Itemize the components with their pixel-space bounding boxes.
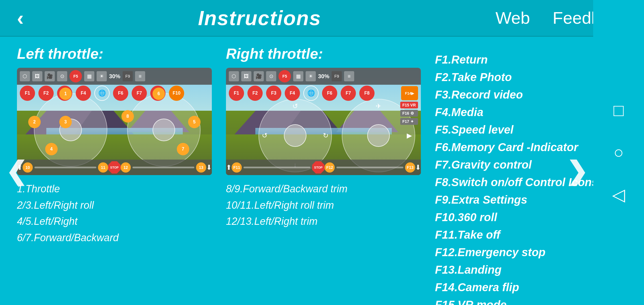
r-f3-btn[interactable]: F3 [266,86,281,101]
menu-icon[interactable]: ≡ [135,71,145,81]
badge-13: 13 [196,162,206,173]
f7-btn[interactable]: F7 [132,86,147,101]
right-throttle-title: Right throttle: [226,45,421,62]
left-bottom-bar: ⬆ 10 11 STOP 12 13 ⬇ [17,160,212,175]
f2-btn[interactable]: F2 [38,86,54,101]
right-bottom-bar: ⬆ F11 STOP F12 F13 ⬇ [226,160,421,175]
f15-badge[interactable]: F15 VR [400,102,418,108]
right-toolbar: ⬡ 🖼 🎥 ⊙ F5 ▦ ☀ 30% F9 ≡ [226,68,421,85]
left-joystick[interactable]: 1 2 3 4 [34,93,102,161]
r-globe-btn[interactable]: 🌐 [303,86,319,101]
r-menu-icon[interactable]: ≡ [344,71,354,81]
right-desc-2: 10/11.Left/Right roll trim [226,197,421,213]
badge-3: 3 [59,116,72,128]
f1-btn[interactable]: F1 [20,86,35,101]
toolbar-icon-3: 🎥 [45,71,55,81]
toolbar-icon-4: ⊙ [57,71,67,81]
header: ‹ Instructions Web Feedback [0,0,644,37]
r-down-arrow: ⬇ [415,164,421,171]
left-desc-1: 1.Throttle [17,181,212,197]
battery-level: 30% [109,73,120,80]
page-title: Instructions [198,6,321,30]
badge-8-area: 8 [121,110,134,123]
android-circle-btn[interactable]: ○ [613,143,624,162]
left-desc-4: 6/7.Forward/Backward [17,230,212,246]
left-toolbar: ⬡ 🖼 🎥 ⊙ F5 ▦ ☀ 30% F9 ≡ [17,68,212,85]
android-nav-bar: □ ○ ◁ [593,0,644,305]
right-desc-3: 12/13.Left/Right trim [226,213,421,230]
r-f7-btn[interactable]: F7 [341,86,356,101]
right-side-badges: F15 VR F16 ⚙ F17 ✦ [400,102,418,125]
back-button[interactable]: ‹ [17,8,24,28]
right-throttle-section: Right throttle: ⬡ 🖼 🎥 ⊙ F5 ▦ ☀ 30% [226,45,421,305]
slider-bar[interactable] [34,167,96,168]
r-f9-icon[interactable]: F9 [332,71,342,81]
right-throttle-right-joy[interactable]: ✈ ▶ [342,99,404,161]
android-back-btn[interactable]: ◁ [612,185,625,204]
r-toolbar-icon-5: ▦ [293,71,303,81]
left-throttle-section: Left throttle: ⬡ 🖼 🎥 ⊙ F [17,45,212,305]
left-controller-image: ⬡ 🖼 🎥 ⊙ F5 ▦ ☀ 30% F9 ≡ F1 F2 F3 F4 🌐 F6… [17,68,212,175]
r-f2-btn[interactable]: F2 [247,86,263,101]
badge-2: 2 [28,116,41,128]
r-slider-bar-2[interactable] [336,167,403,168]
r-up-arrow: ⬆ [226,164,232,171]
r-f8-btn[interactable]: F8 [359,86,375,101]
r-f1-btn[interactable]: F1 [229,86,244,101]
badge-5: 5 [188,116,201,128]
android-square-btn[interactable]: □ [613,101,624,120]
r-slider-bar[interactable] [243,167,310,168]
globe-btn[interactable]: 🌐 [94,86,110,101]
left-desc-2: 2/3.Left/Right roll [17,197,212,213]
prev-arrow[interactable]: ❮ [6,156,27,186]
badge-12: 12 [121,162,131,173]
r-f6-btn[interactable]: F6 [322,86,337,101]
main-content: Left throttle: ⬡ 🖼 🎥 ⊙ F [0,37,644,305]
r-toolbar-icon-2: 🖼 [241,71,251,81]
r-badge-f11: F11 [232,162,242,173]
r-badge-f12: F12 [325,162,335,173]
toolbar-icon-1: ⬡ [20,71,30,81]
f10-btn[interactable]: F10 [169,86,184,101]
left-desc-3: 4/5.Left/Right [17,213,212,230]
r-f4-btn[interactable]: F4 [285,86,300,101]
next-arrow[interactable]: ❯ [566,156,588,186]
f5-button[interactable]: F5 [69,70,82,82]
f17-badge[interactable]: F17 ✦ [400,118,418,125]
right-throttle-desc: 8/9.Forward/Backward trim 10/11.Left/Rig… [226,181,421,230]
toolbar-icon-5: ▦ [84,71,94,81]
r-toolbar-icon-1: ⬡ [229,71,239,81]
r-toolbar-icon-4: ⊙ [266,71,276,81]
badge-11: 11 [98,162,108,173]
r-toolbar-icon-3: 🎥 [254,71,264,81]
right-controller-image: ⬡ 🖼 🎥 ⊙ F5 ▦ ☀ 30% F9 ≡ F1 F2 F3 F4 🌐 F6… [226,68,421,175]
left-fn-row: F1 F2 F3 F4 🌐 F6 F7 F8 F10 [17,85,212,102]
left-throttle-title: Left throttle: [17,45,212,62]
r-badge-f13: F13 [405,162,415,173]
toolbar-icon-2: 🖼 [32,71,42,81]
r-f5-button[interactable]: F5 [279,70,291,82]
f9-icon[interactable]: F9 [123,71,133,81]
r-toolbar-icon-6: ☀ [306,71,316,81]
badge-4: 4 [45,143,58,155]
badge-7: 7 [177,143,189,155]
badge-1: 1 [59,88,72,100]
f14-btn[interactable]: F14▶ [401,86,418,100]
right-fn-row: F1 F2 F3 F4 🌐 F6 F7 F8 F14▶ [226,85,421,102]
down-arrow-icon: ⬇ [206,164,212,171]
f6-btn[interactable]: F6 [113,86,128,101]
slider-bar-2[interactable] [132,167,194,168]
left-throttle-desc: 1.Throttle 2/3.Left/Right roll 4/5.Left/… [17,181,212,246]
f4-btn[interactable]: F4 [76,86,91,101]
stop-sign[interactable]: STOP [108,161,121,174]
right-throttle-left-joy[interactable]: ↺ ↓ ↺ ↻ [258,99,321,161]
r-stop-sign[interactable]: STOP [312,161,325,174]
badge-6: 6 [153,88,165,100]
right-joystick-left[interactable]: 6 5 7 8 [127,93,195,161]
right-desc-1: 8/9.Forward/Backward trim [226,181,421,197]
f16-badge[interactable]: F16 ⚙ [400,110,418,117]
web-link[interactable]: Web [495,8,530,28]
r-battery-level: 30% [318,73,329,80]
toolbar-icon-6: ☀ [97,71,107,81]
